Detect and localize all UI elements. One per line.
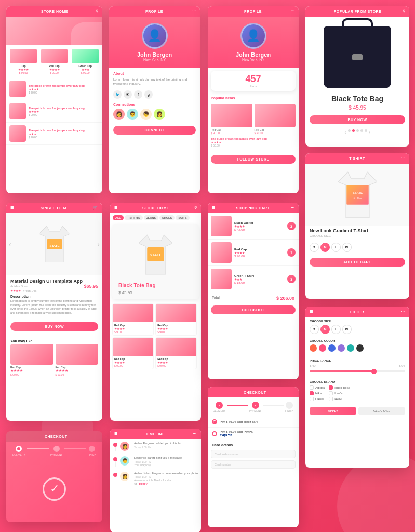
hamburger-icon[interactable]: ☰ [212,390,216,394]
levis-checkbox[interactable] [329,391,333,395]
dots-icon[interactable]: ⋯ [291,9,295,14]
search-icon[interactable]: ⚲ [403,9,406,14]
cart-item-3[interactable]: Green T-Shirt ★★★ $ 18.00 3 [208,266,299,292]
color-teal[interactable] [347,344,354,352]
checkout-button[interactable]: CHECKOUT [211,305,296,314]
price-range-track[interactable] [310,370,405,372]
hamburger-icon[interactable]: ☰ [114,206,118,210]
size-s[interactable]: S [310,243,319,252]
tab-shoes[interactable]: SHOES [159,215,175,220]
buy-now-button[interactable]: BUY NOW [10,322,98,331]
filter-size-s[interactable]: S [310,325,319,334]
dot-2[interactable] [352,129,355,132]
dot-3[interactable] [356,129,359,132]
connect-button[interactable]: CONNECT [113,126,196,135]
adidas-checkbox[interactable] [310,385,314,390]
hamburger-icon[interactable]: ☰ [113,9,117,14]
brand-diesel[interactable]: Diesel [310,397,325,401]
conn-avatar-1[interactable]: 👩 [113,109,125,120]
hamburger-icon[interactable]: ☰ [212,206,216,210]
buy-now-button[interactable]: BUY NOW [310,115,405,124]
radio-paypal[interactable] [212,431,217,436]
filter-size-xl[interactable]: XL [342,325,352,334]
color-pink[interactable] [319,344,326,352]
list-item[interactable]: The quick brown fox jumps over lazy dog … [6,100,102,123]
google-icon[interactable]: g [144,90,153,99]
payment-option-credit[interactable]: Pay $ 56.95 with credit card [208,417,299,428]
brand-levis[interactable]: Levi's [329,391,350,395]
twitter-icon[interactable]: 🐦 [113,90,122,99]
add-to-cart-button[interactable]: ADD TO CART [310,258,405,267]
radio-credit[interactable] [212,419,217,424]
color-purple[interactable] [338,344,345,352]
dots-icon[interactable]: ⋯ [401,310,405,314]
mini-product-1[interactable]: Red Cap ★★★★ $ 90.00 [10,344,53,376]
conn-avatar-2[interactable]: 👨 [127,109,138,120]
filter-size-m[interactable]: M [320,325,330,334]
filter-size-l[interactable]: L [331,325,341,334]
tab-all[interactable]: ALL [113,215,124,220]
clear-all-button[interactable]: CLEAR ALL [358,407,405,415]
brand-hm[interactable]: H&M [329,397,350,401]
hamburger-icon[interactable]: ☰ [310,9,313,14]
tab-tshirts[interactable]: T-SHIRTS [125,215,143,220]
apply-button[interactable]: APPLY [310,407,356,415]
next-arrow[interactable]: › [369,129,370,135]
search-icon[interactable]: ⚲ [194,206,197,210]
next-arrow[interactable]: › [97,240,100,248]
list-item[interactable]: The quick brown fox jumps over lazy dog … [6,123,102,145]
size-l[interactable]: L [331,243,341,252]
list-item[interactable]: The quick brown fox jumps over lazy dog … [6,78,102,100]
hamburger-icon[interactable]: ☰ [10,9,14,14]
dots-icon[interactable]: ⋯ [192,9,196,14]
tab-jeans[interactable]: JEANS [144,215,158,220]
product-card-1[interactable]: Red Cap ★★★★ $ 90.00 [112,303,154,336]
email-icon[interactable]: ✉ [124,90,132,99]
price-range-thumb[interactable] [371,369,377,374]
brand-nike[interactable]: Nike [310,391,325,395]
brand-adidas[interactable]: Adidas [310,385,325,390]
reply-button[interactable]: REPLY [139,483,148,486]
dot-1[interactable] [348,129,351,132]
facebook-icon[interactable]: f [134,90,142,99]
dots-icon[interactable]: ⋯ [291,206,295,210]
cart-item-1[interactable]: Black Jacket ★★★★ $ 42.00 2 [208,213,299,240]
product-card-4[interactable]: Red Cap ★★★★ $ 90.00 [155,337,197,369]
card-number-input[interactable]: Card number [211,460,296,469]
product-card-2[interactable]: Red Cap ★★★★ $ 90.00 [155,303,197,336]
hugoboss-checkbox[interactable] [329,385,333,390]
nike-checkbox[interactable] [310,391,314,395]
cap-card-1[interactable]: Cap ★★★★ $ 90.00 [8,47,38,76]
payment-option-paypal[interactable]: Pay $ 56.95 with PayPal PayPal [208,428,299,440]
dot-5[interactable] [365,129,367,132]
dots-icon[interactable]: ⋯ [401,156,405,161]
diesel-checkbox[interactable] [310,397,314,401]
color-black[interactable] [356,344,364,352]
popular-item-2[interactable]: Red Cap $ 90.00 [255,104,296,135]
prev-arrow[interactable]: ‹ [9,240,11,248]
color-blue[interactable] [328,344,336,352]
color-orange[interactable] [310,344,317,352]
mini-product-2[interactable]: Red Cap ★★★★ $ 90.00 [56,344,99,376]
brand-hugoboss[interactable]: Hugo Boss [329,385,350,390]
prev-arrow[interactable]: ‹ [344,129,346,135]
cardholder-input[interactable]: Cardholder's name [211,450,296,458]
product-card-3[interactable]: Red Cap ★★★★ $ 90.00 [112,337,154,369]
conn-avatar-4[interactable]: 👩 [154,109,165,120]
hamburger-icon[interactable]: ☰ [114,432,118,436]
hm-checkbox[interactable] [329,397,333,401]
cap-card-3[interactable]: Green Cap ★★★ $ 90.00 [70,47,100,76]
size-m[interactable]: M [320,243,330,252]
cart-icon[interactable]: 🛒 [93,206,98,210]
popular-item-1[interactable]: Red Cap $ 90.00 [211,104,252,135]
hamburger-icon[interactable]: ☰ [310,156,313,161]
fox-item[interactable]: The quick brown fox jumps over lazy dog … [208,135,299,150]
size-xl[interactable]: XL [342,243,352,252]
conn-avatar-3[interactable]: 👦 [140,109,152,120]
featured-product[interactable]: STATE Black Tote Bag $ 45.95 [112,224,199,299]
hamburger-icon[interactable]: ☰ [10,206,14,210]
search-icon[interactable]: ⚲ [96,9,99,14]
cart-item-2[interactable]: Red Cap ★★★★ $ 90.00 1 [208,240,299,266]
tab-suits[interactable]: SUITS [176,215,189,220]
cap-card-2[interactable]: Red Cap ★★★★ $ 90.00 [39,47,70,76]
